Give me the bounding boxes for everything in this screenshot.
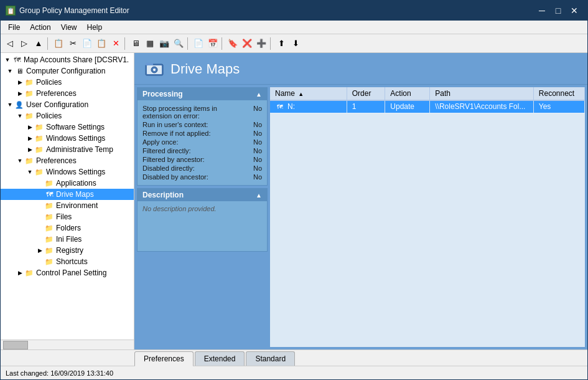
comp-expander[interactable]: ▼ xyxy=(6,67,14,75)
snapshot-button[interactable]: 📷 xyxy=(157,37,171,50)
folder-icon-15: 📁 xyxy=(44,257,54,267)
proc-val-3: No xyxy=(253,130,262,137)
user-expander[interactable]: ▼ xyxy=(6,100,14,109)
cut-button[interactable]: ✂ xyxy=(66,37,80,50)
shortcuts-label: Shortcuts xyxy=(56,257,88,266)
tree-files[interactable]: ▶ 📁 Files xyxy=(1,211,134,222)
status-text: Last changed: 16/09/2019 13:31:40 xyxy=(6,369,113,377)
admin-temp-label: Administrative Temp xyxy=(46,145,113,154)
col-header-order[interactable]: Order xyxy=(347,87,385,100)
move-up-button[interactable]: ⬆ xyxy=(274,37,288,50)
copy-button[interactable]: 📋 xyxy=(52,37,65,50)
menu-help[interactable]: Help xyxy=(82,22,108,33)
folder-icon-13: 📁 xyxy=(44,234,54,244)
tree-folders[interactable]: ▶ 📁 Folders xyxy=(1,222,134,234)
tree-ini-files[interactable]: ▶ 📁 Ini Files xyxy=(1,234,134,245)
proc-row-5: Filtered directly: No xyxy=(142,146,262,155)
tree-root[interactable]: ▼ 🗺 Map Accounts Share [DCSRV1. xyxy=(1,54,134,65)
tree-policies-1[interactable]: ▶ 📁 Policies xyxy=(1,77,134,88)
description-header: Description ▲ xyxy=(138,189,267,201)
tree-environment[interactable]: ▶ 📁 Environment xyxy=(1,200,134,211)
tree-windows-settings-1[interactable]: ▶ 📁 Windows Settings xyxy=(1,133,134,144)
tab-standard[interactable]: Standard xyxy=(246,351,295,366)
control-expander[interactable]: ▶ xyxy=(16,268,24,277)
menu-view[interactable]: View xyxy=(56,22,82,33)
policies2-expander[interactable]: ▼ xyxy=(16,112,24,120)
separator-4 xyxy=(222,37,224,50)
tree-policies-2[interactable]: ▼ 📁 Policies xyxy=(1,110,134,121)
description-body: No description provided. xyxy=(138,201,267,251)
registry-expander[interactable]: ▶ xyxy=(35,246,44,255)
delete-button[interactable]: ✕ xyxy=(109,37,123,50)
policies1-expander[interactable]: ▶ xyxy=(16,78,24,87)
remove-button[interactable]: ❌ xyxy=(240,37,254,50)
tree-applications[interactable]: ▶ 📁 Applications xyxy=(1,178,134,189)
proc-row-2: Run in user's context: No xyxy=(142,120,262,129)
move-down-button[interactable]: ⬇ xyxy=(289,37,302,50)
copy2-button[interactable]: 📋 xyxy=(95,37,108,50)
tree-h-scrollbar[interactable] xyxy=(1,340,134,349)
cal-button[interactable]: 📅 xyxy=(206,37,220,50)
find-button[interactable]: 🔍 xyxy=(172,37,185,50)
tree-shortcuts[interactable]: ▶ 📁 Shortcuts xyxy=(1,256,134,267)
proc-label-2: Run in user's context: xyxy=(142,121,208,128)
close-button[interactable]: ✕ xyxy=(566,2,582,19)
proc-val-8: No xyxy=(253,173,262,181)
display-button[interactable]: ▦ xyxy=(143,37,157,50)
add-button[interactable]: ➕ xyxy=(254,37,268,50)
bookmark-button[interactable]: 🔖 xyxy=(226,37,240,50)
col-header-name[interactable]: Name ▲ xyxy=(270,87,347,100)
proc-val-6: No xyxy=(253,156,262,163)
processing-collapse-button[interactable]: ▲ xyxy=(256,91,262,98)
proc-row-7: Disabled directly: No xyxy=(142,164,262,173)
prefs1-expander[interactable]: ▶ xyxy=(16,89,24,98)
description-collapse-button[interactable]: ▲ xyxy=(256,192,262,199)
table-row[interactable]: 🗺N: 1 Update \\RoleSRV1\Accounts Fol... … xyxy=(270,100,585,113)
control-panel-label: Control Panel Setting xyxy=(36,268,106,277)
proc-label-4: Apply once: xyxy=(142,138,178,146)
paste-button[interactable]: 📄 xyxy=(80,37,94,50)
tab-preferences[interactable]: Preferences xyxy=(134,351,194,366)
root-label: Map Accounts Share [DCSRV1. xyxy=(24,55,129,64)
h-scroll-thumb[interactable] xyxy=(3,341,28,349)
software-expander[interactable]: ▶ xyxy=(26,123,34,131)
win-settings1-expander[interactable]: ▶ xyxy=(26,134,34,143)
tree-drive-maps[interactable]: ▶ 🗺 Drive Maps xyxy=(1,189,134,200)
back-button[interactable]: ◁ xyxy=(3,37,17,50)
win-settings2-expander[interactable]: ▼ xyxy=(26,168,34,176)
sort-arrow-name: ▲ xyxy=(298,91,304,97)
proc-label-7: Disabled directly: xyxy=(142,164,195,172)
tree-preferences-2[interactable]: ▼ 📁 Preferences xyxy=(1,155,134,166)
prefs2-expander[interactable]: ▼ xyxy=(16,156,24,165)
tree-windows-settings-2[interactable]: ▼ 📁 Windows Settings xyxy=(1,166,134,178)
tree-software-settings[interactable]: ▶ 📁 Software Settings xyxy=(1,121,134,133)
forward-button[interactable]: ▷ xyxy=(17,37,31,50)
col-header-reconnect[interactable]: Reconnect xyxy=(533,87,584,100)
description-text: No description provided. xyxy=(142,205,217,212)
tree-comp-config[interactable]: ▼ 🖥 Computer Configuration xyxy=(1,65,134,77)
root-icon: 🗺 xyxy=(12,55,22,65)
tab-extended[interactable]: Extended xyxy=(195,351,245,366)
col-header-path[interactable]: Path xyxy=(430,87,534,100)
tree-admin-temp[interactable]: ▶ 📁 Administrative Temp xyxy=(1,144,134,155)
tree-preferences-1[interactable]: ▶ 📁 Preferences xyxy=(1,88,134,99)
admin-expander[interactable]: ▶ xyxy=(26,145,34,154)
tree-view[interactable]: ▼ 🗺 Map Accounts Share [DCSRV1. ▼ 🖥 Comp… xyxy=(1,53,134,340)
menu-action[interactable]: Action xyxy=(25,22,55,33)
tree-registry[interactable]: ▶ 📁 Registry xyxy=(1,245,134,256)
maximize-button[interactable]: □ xyxy=(550,2,566,19)
tree-control-panel[interactable]: ▶ 📁 Control Panel Setting xyxy=(1,267,134,278)
minimize-button[interactable]: ─ xyxy=(534,2,550,19)
doc-button[interactable]: 📄 xyxy=(192,37,205,50)
monitor-button[interactable]: 🖥 xyxy=(129,37,142,50)
tree-user-config[interactable]: ▼ 👤 User Configuration xyxy=(1,99,134,110)
registry-label: Registry xyxy=(56,246,83,255)
root-expander[interactable]: ▼ xyxy=(3,55,12,64)
col-header-action[interactable]: Action xyxy=(385,87,430,100)
folder-icon-4: 📁 xyxy=(34,122,44,132)
menu-file[interactable]: File xyxy=(3,22,25,33)
proc-row-6: Filtered by ancestor: No xyxy=(142,155,262,164)
user-config-label: User Configuration xyxy=(26,100,88,109)
up-button[interactable]: ▲ xyxy=(32,37,45,50)
software-settings-label: Software Settings xyxy=(46,123,105,131)
